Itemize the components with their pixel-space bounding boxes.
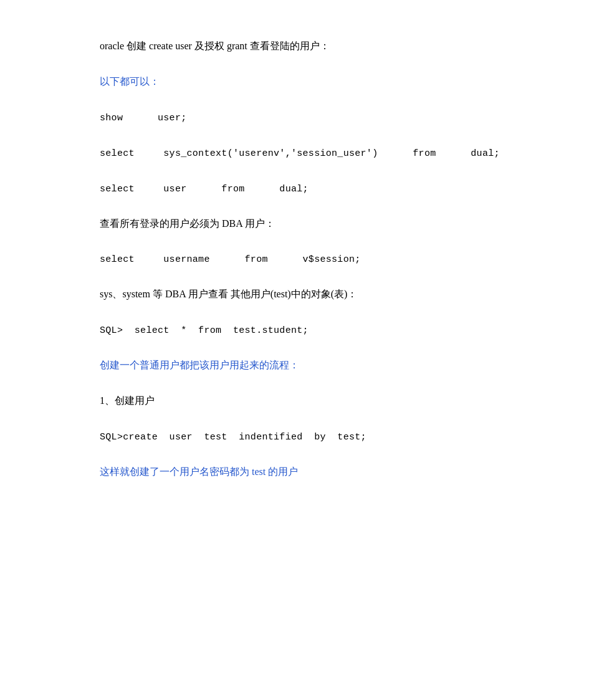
note4-text: 这样就创建了一个用户名密码都为 test 的用户 (100, 466, 298, 477)
code5-paragraph: SQL> select * from test.student; (100, 321, 489, 339)
note2-paragraph: sys、system 等 DBA 用户查看 其他用户(test)中的对象(表)： (100, 285, 489, 304)
code6-text: SQL>create user test indentified by test… (100, 432, 366, 443)
subheading-paragraph: 以下都可以： (100, 73, 489, 91)
code3-text: select user from dual; (100, 184, 309, 194)
code6-paragraph: SQL>create user test indentified by test… (100, 428, 489, 446)
code1-text: show user; (100, 113, 187, 123)
code5-text: SQL> select * from test.student; (100, 325, 309, 336)
heading-text: oracle 创建 create user 及授权 grant 查看登陆的用户： (100, 41, 330, 51)
code4-text: select username from v$session; (100, 254, 361, 265)
code1-paragraph: show user; (100, 108, 489, 127)
note4-paragraph: 这样就创建了一个用户名密码都为 test 的用户 (100, 463, 489, 481)
subheading-text: 以下都可以： (100, 76, 160, 87)
note3-text: 创建一个普通用户都把该用户用起来的流程： (100, 360, 299, 370)
note3-paragraph: 创建一个普通用户都把该用户用起来的流程： (100, 357, 489, 375)
note1-paragraph: 查看所有登录的用户必须为 DBA 用户： (100, 215, 489, 233)
code3-paragraph: select user from dual; (100, 180, 489, 198)
note1-text: 查看所有登录的用户必须为 DBA 用户： (100, 218, 275, 229)
code4-paragraph: select username from v$session; (100, 250, 489, 268)
step1-text: 1、创建用户 (100, 395, 155, 406)
code2-text: select sys_context('userenv','session_us… (100, 148, 500, 159)
heading-paragraph: oracle 创建 create user 及授权 grant 查看登陆的用户： (100, 37, 489, 55)
note2-text: sys、system 等 DBA 用户查看 其他用户(test)中的对象(表)： (100, 289, 357, 299)
code2-paragraph: select sys_context('userenv','session_us… (100, 144, 489, 162)
main-content: oracle 创建 create user 及授权 grant 查看登陆的用户：… (0, 0, 589, 536)
step1-paragraph: 1、创建用户 (100, 392, 489, 410)
